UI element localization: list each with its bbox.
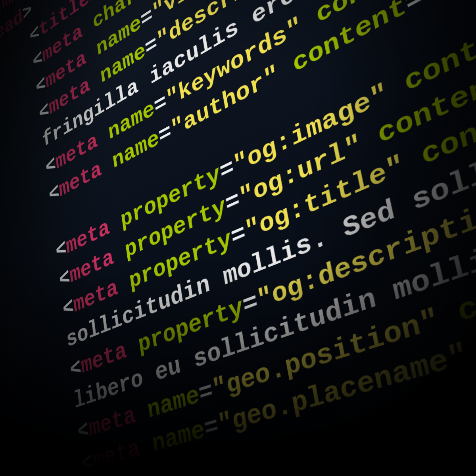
- editor-area[interactable]: 12345678910111213 <!DOCTYPE html><html l…: [0, 0, 476, 476]
- code-content[interactable]: <!DOCTYPE html><html lang='th'><head><ti…: [0, 0, 476, 476]
- editor-window: HTML CODE.html 12345678910111213 <!DOCTY…: [0, 0, 476, 476]
- photo-stage: HTML CODE.html 12345678910111213 <!DOCTY…: [0, 0, 476, 476]
- token-punct: >: [21, 0, 33, 26]
